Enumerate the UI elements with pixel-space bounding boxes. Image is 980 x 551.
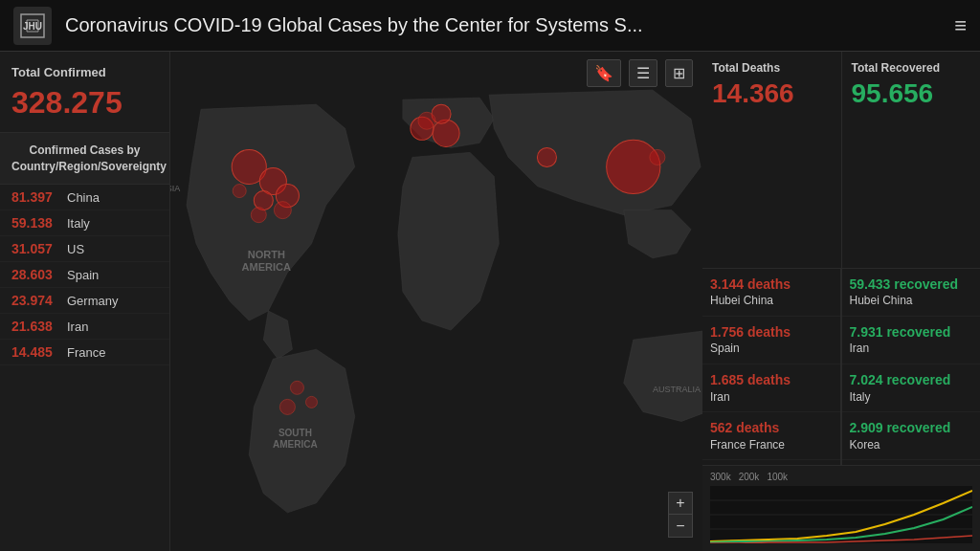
deaths-list-item: 1.756 deathsSpain — [702, 317, 840, 364]
svg-text:AUSTRALIA: AUSTRALIA — [653, 385, 701, 394]
confirmed-item-country: Iran — [67, 320, 88, 334]
recovered-list-item: 7.931 recoveredIran — [842, 317, 981, 364]
recovered-list: 59.433 recoveredHubei China7.931 recover… — [842, 269, 981, 466]
svg-point-21 — [233, 185, 246, 198]
chart-y-100k: 100k — [767, 472, 788, 482]
total-recovered-label: Total Recovered — [852, 61, 971, 75]
svg-point-14 — [433, 120, 459, 146]
right-column: Total Deaths 14.366 3.144 deathsHubei Ch… — [702, 52, 980, 551]
bottom-chart: 300k 200k 100k — [702, 465, 980, 551]
svg-point-20 — [279, 399, 295, 414]
deaths-item-value: 1.756 deaths — [710, 323, 833, 342]
deaths-column: Total Deaths 14.366 3.144 deathsHubei Ch… — [702, 52, 842, 465]
confirmed-item-value: 31.057 — [11, 241, 61, 256]
jhu-logo: JHU — [13, 7, 52, 45]
deaths-list-item: 1.685 deathsIran — [702, 364, 840, 412]
svg-point-19 — [305, 396, 317, 408]
confirmed-list-header: Confirmed Cases by Country/Region/Sovere… — [0, 133, 169, 186]
confirmed-list-item: 81.397China — [0, 185, 169, 210]
recovered-list-item: 2.909 recoveredKorea — [842, 412, 981, 460]
recovered-column: Total Recovered 95.656 59.433 recoveredH… — [842, 52, 981, 465]
confirmed-item-value: 23.974 — [11, 293, 61, 308]
recovered-item-value: 2.909 recovered — [850, 419, 973, 437]
svg-text:AMERICA: AMERICA — [242, 261, 292, 273]
deaths-list-item: 3.144 deathsHubei China — [702, 269, 840, 317]
recovered-item-location: Iran — [850, 341, 973, 356]
confirmed-list-item: 21.638Iran — [0, 314, 169, 340]
confirmed-item-value: 28.603 — [11, 267, 61, 282]
confirmed-item-value: 14.485 — [11, 344, 61, 360]
confirmed-item-country: China — [67, 190, 100, 205]
zoom-in-button[interactable]: + — [668, 492, 693, 515]
svg-text:ASIA: ASIA — [170, 184, 180, 193]
confirmed-item-value: 59.138 — [11, 215, 61, 231]
recovered-list-item: 7.024 recoveredItaly — [842, 364, 981, 412]
svg-point-16 — [537, 147, 556, 166]
grid-view-button[interactable]: ⊞ — [665, 59, 693, 87]
svg-text:AMERICA: AMERICA — [273, 439, 318, 450]
svg-point-25 — [418, 112, 435, 129]
confirmed-item-value: 21.638 — [11, 319, 61, 334]
svg-text:JHU: JHU — [23, 21, 42, 32]
left-sidebar: Total Confirmed 328.275 Confirmed Cases … — [0, 52, 170, 551]
svg-text:NORTH: NORTH — [248, 249, 285, 260]
deaths-item-value: 562 deaths — [710, 419, 833, 437]
total-recovered-box: Total Recovered 95.656 — [842, 52, 981, 269]
svg-point-22 — [251, 208, 266, 223]
recovered-item-location: Hubei China — [850, 293, 973, 308]
confirmed-list-item: 31.057US — [0, 236, 169, 262]
recovered-item-location: Italy — [850, 389, 973, 405]
deaths-item-value: 3.144 deaths — [710, 276, 833, 294]
confirmed-item-country: Spain — [67, 268, 99, 282]
total-confirmed-label: Total Confirmed — [11, 65, 158, 81]
deaths-list-item: 562 deathsFrance France — [702, 412, 840, 460]
svg-text:SOUTH: SOUTH — [278, 428, 312, 438]
deaths-item-location: Hubei China — [710, 293, 833, 308]
confirmed-item-country: France — [67, 345, 105, 360]
main-layout: Total Confirmed 328.275 Confirmed Cases … — [0, 52, 980, 551]
confirmed-list-item: 28.603Spain — [0, 262, 169, 288]
list-view-button[interactable]: ☰ — [629, 59, 657, 87]
deaths-item-location: Spain — [710, 341, 833, 356]
deaths-item-value: 1.685 deaths — [710, 371, 833, 389]
svg-point-9 — [607, 140, 660, 193]
map-area: 🔖 ☰ ⊞ NORTH AMERICA — [170, 52, 702, 551]
confirmed-list: 81.397China59.138Italy31.057US28.603Spai… — [0, 185, 169, 551]
svg-point-23 — [274, 202, 291, 219]
header-title: Coronavirus COVID-19 Global Cases by the… — [65, 14, 941, 36]
confirmed-item-country: Germany — [67, 294, 118, 308]
total-recovered-value: 95.656 — [852, 78, 971, 109]
chart-svg — [710, 486, 972, 543]
confirmed-item-country: US — [67, 242, 84, 256]
total-deaths-value: 14.366 — [712, 78, 832, 109]
recovered-item-value: 59.433 recovered — [850, 276, 973, 294]
confirmed-item-country: Italy — [67, 216, 90, 231]
zoom-out-button[interactable]: − — [668, 515, 693, 538]
confirmed-list-item: 14.485France — [0, 340, 169, 365]
right-upper: Total Deaths 14.366 3.144 deathsHubei Ch… — [702, 52, 980, 465]
recovered-item-location: Korea — [850, 437, 973, 452]
header: JHU Coronavirus COVID-19 Global Cases by… — [0, 0, 980, 52]
recovered-item-value: 7.024 recovered — [850, 371, 973, 389]
total-deaths-box: Total Deaths 14.366 — [702, 52, 841, 269]
chart-area — [710, 486, 972, 543]
svg-point-18 — [290, 381, 303, 394]
confirmed-list-item: 23.974Germany — [0, 288, 169, 314]
chart-y-300k: 300k — [710, 472, 731, 482]
recovered-item-value: 7.931 recovered — [850, 323, 973, 342]
total-confirmed-value: 328.275 — [11, 85, 158, 121]
world-map: NORTH AMERICA ASIA SOUTH AMERICA AUSTRAL… — [170, 52, 702, 551]
confirmed-list-item: 59.138Italy — [0, 210, 169, 236]
total-confirmed-box: Total Confirmed 328.275 — [0, 52, 169, 133]
total-deaths-label: Total Deaths — [712, 61, 832, 75]
bookmark-button[interactable]: 🔖 — [587, 59, 621, 87]
map-zoom-controls: + − — [668, 492, 693, 538]
deaths-list: 3.144 deathsHubei China1.756 deathsSpain… — [702, 269, 841, 466]
menu-icon[interactable]: ≡ — [954, 13, 967, 38]
deaths-item-location: France France — [710, 437, 833, 452]
recovered-list-item: 59.433 recoveredHubei China — [842, 269, 981, 317]
deaths-item-location: Iran — [710, 389, 833, 405]
confirmed-item-value: 81.397 — [11, 189, 61, 205]
chart-y-200k: 200k — [739, 472, 760, 482]
svg-point-24 — [650, 149, 665, 165]
